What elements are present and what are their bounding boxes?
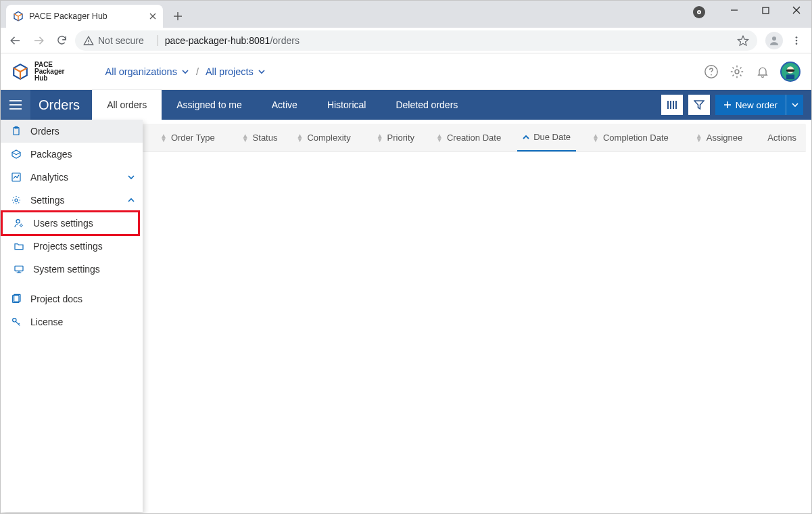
window-minimize-button[interactable] bbox=[719, 0, 750, 20]
browser-menu-button[interactable] bbox=[787, 31, 806, 50]
svg-point-24 bbox=[735, 70, 739, 74]
new-tab-button[interactable] bbox=[168, 7, 187, 26]
svg-point-43 bbox=[15, 199, 18, 202]
sidebar-item-label: Project docs bbox=[30, 294, 82, 304]
sort-icon: ▲▼ bbox=[436, 134, 443, 142]
svg-point-17 bbox=[796, 37, 798, 39]
nav-back-button[interactable] bbox=[6, 31, 25, 50]
sidebar-item-system-settings[interactable]: System settings bbox=[1, 258, 143, 281]
plus-icon bbox=[723, 101, 732, 109]
folder-icon bbox=[13, 240, 25, 252]
user-avatar[interactable] bbox=[780, 62, 801, 82]
chevron-down-icon bbox=[181, 68, 189, 76]
notifications-bell-button[interactable] bbox=[755, 64, 771, 80]
chevron-down-icon bbox=[258, 68, 266, 76]
app-logo[interactable]: PACE Packager Hub bbox=[11, 62, 64, 82]
col-label: Priority bbox=[387, 133, 414, 143]
omnibox-divider bbox=[158, 35, 158, 46]
col-complexity[interactable]: ▲▼Complexity bbox=[291, 133, 356, 143]
svg-point-23 bbox=[711, 74, 712, 75]
col-completion-date[interactable]: ▲▼Completion Date bbox=[587, 133, 674, 143]
col-label: Complexity bbox=[307, 133, 350, 143]
nav-tabs: All orders Assigned to me Active Histori… bbox=[92, 90, 473, 120]
sidebar-item-packages[interactable]: Packages bbox=[1, 143, 143, 166]
browser-guest-indicator-icon bbox=[693, 6, 705, 18]
url-path: /orders bbox=[270, 35, 300, 46]
security-indicator[interactable]: Not secure bbox=[83, 35, 144, 46]
address-bar[interactable]: Not secure pace-packager-hub:8081/orders bbox=[75, 30, 757, 51]
sidebar-item-settings[interactable]: Settings bbox=[1, 189, 143, 212]
nav-reload-button[interactable] bbox=[52, 31, 71, 50]
col-assignee[interactable]: ▲▼Assignee bbox=[690, 133, 748, 143]
tab-historical[interactable]: Historical bbox=[312, 90, 381, 120]
svg-rect-1 bbox=[763, 7, 769, 14]
col-label: Status bbox=[253, 133, 278, 143]
menu-toggle-button[interactable] bbox=[1, 90, 30, 120]
warning-icon bbox=[83, 35, 94, 46]
sidebar-item-label: Packages bbox=[30, 149, 72, 160]
logo-line-1: PACE bbox=[34, 62, 64, 68]
monitor-icon bbox=[13, 263, 25, 275]
help-button[interactable] bbox=[703, 64, 719, 80]
sort-icon: ▲▼ bbox=[242, 134, 249, 142]
new-order-label: New order bbox=[736, 100, 778, 110]
clipboard-icon bbox=[10, 125, 22, 137]
tab-all-orders[interactable]: All orders bbox=[92, 90, 162, 120]
key-icon bbox=[10, 316, 22, 328]
col-label: Due Date bbox=[533, 132, 571, 142]
svg-rect-28 bbox=[786, 74, 794, 79]
side-menu: Orders Packages Analytics Settings Users… bbox=[1, 120, 143, 512]
svg-point-44 bbox=[16, 220, 20, 223]
docs-icon bbox=[10, 293, 22, 305]
col-creation-date[interactable]: ▲▼Creation Date bbox=[431, 133, 506, 143]
logo-cube-icon bbox=[11, 63, 29, 80]
svg-point-14 bbox=[88, 43, 89, 43]
sidebar-item-projects-settings[interactable]: Projects settings bbox=[1, 235, 143, 258]
url-host: pace-packager-hub:8081 bbox=[165, 35, 270, 46]
orders-table: ▲▼Order Type ▲▼Status ▲▼Complexity ▲▼Pri… bbox=[143, 120, 811, 512]
browser-profile-button[interactable] bbox=[765, 32, 783, 49]
sidebar-item-analytics[interactable]: Analytics bbox=[1, 166, 143, 189]
columns-button[interactable] bbox=[661, 95, 683, 115]
col-priority[interactable]: ▲▼Priority bbox=[371, 133, 420, 143]
sort-icon: ▲▼ bbox=[592, 134, 599, 142]
sidebar-item-license[interactable]: License bbox=[1, 310, 143, 333]
window-maximize-button[interactable] bbox=[750, 0, 781, 20]
user-settings-icon bbox=[13, 217, 25, 229]
svg-point-19 bbox=[796, 43, 798, 45]
bookmark-star-icon[interactable] bbox=[737, 34, 749, 47]
window-controls bbox=[693, 0, 812, 20]
sidebar-item-label: Orders bbox=[30, 126, 59, 137]
tab-assigned-to-me[interactable]: Assigned to me bbox=[162, 90, 257, 120]
security-label: Not secure bbox=[98, 35, 144, 46]
sort-icon: ▲▼ bbox=[160, 134, 167, 142]
filter-button[interactable] bbox=[688, 95, 710, 115]
col-order-type[interactable]: ▲▼Order Type bbox=[155, 133, 220, 143]
page-title: Orders bbox=[30, 90, 92, 120]
tab-close-button[interactable] bbox=[149, 13, 156, 20]
sidebar-item-label: Settings bbox=[30, 195, 65, 206]
sidebar-item-orders[interactable]: Orders bbox=[1, 120, 143, 143]
svg-line-53 bbox=[18, 323, 19, 324]
col-label: Creation Date bbox=[447, 133, 501, 143]
tab-active[interactable]: Active bbox=[257, 90, 312, 120]
browser-tab[interactable]: PACE Packager Hub bbox=[6, 5, 163, 28]
chevron-down-icon bbox=[128, 174, 135, 181]
col-label: Order Type bbox=[171, 133, 215, 143]
new-order-dropdown[interactable] bbox=[786, 95, 803, 115]
sidebar-item-project-docs[interactable]: Project docs bbox=[1, 287, 143, 310]
breadcrumb-organizations[interactable]: All organizations bbox=[105, 66, 189, 77]
breadcrumb: All organizations / All projects bbox=[105, 66, 265, 77]
col-label: Actions bbox=[767, 133, 796, 143]
col-label: Completion Date bbox=[603, 133, 669, 143]
nav-forward-button[interactable] bbox=[29, 31, 48, 50]
settings-gear-button[interactable] bbox=[729, 64, 745, 80]
new-order-button[interactable]: New order bbox=[715, 95, 803, 115]
sidebar-item-users-settings[interactable]: Users settings bbox=[1, 212, 143, 235]
col-status[interactable]: ▲▼Status bbox=[237, 133, 283, 143]
gear-icon bbox=[10, 194, 22, 206]
window-close-button[interactable] bbox=[781, 0, 812, 20]
breadcrumb-projects[interactable]: All projects bbox=[206, 66, 266, 77]
tab-deleted-orders[interactable]: Deleted orders bbox=[381, 90, 473, 120]
col-due-date[interactable]: Due Date bbox=[517, 124, 576, 151]
